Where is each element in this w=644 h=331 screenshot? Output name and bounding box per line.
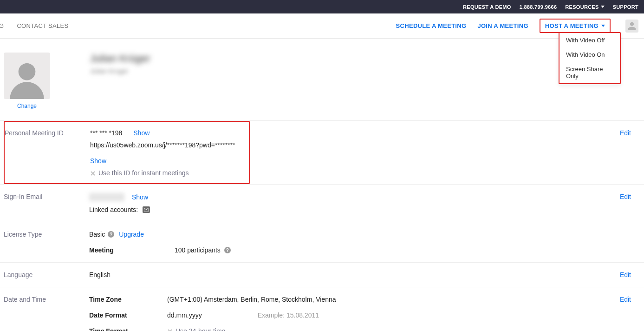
profile-display-name: Julian Krüger (90, 53, 150, 65)
profile-content: Change Julian Krüger Julian Kruger Perso… (0, 39, 644, 331)
profile-sub-name: Julian Kruger (90, 67, 150, 75)
date-time-edit-link[interactable]: Edit (620, 296, 631, 303)
time-format-toggle[interactable]: Use 24-hour time (167, 327, 225, 331)
phone-number[interactable]: 1.888.799.9666 (520, 4, 557, 10)
pmi-id-value: *** *** *198 (90, 129, 122, 137)
language-row: Language English Edit (0, 262, 644, 287)
personal-meeting-id-row: Personal Meeting ID *** *** *198 Show ht… (0, 120, 644, 184)
request-demo-link[interactable]: REQUEST A DEMO (463, 4, 511, 10)
host-meeting-button[interactable]: HOST A MEETING (540, 19, 611, 33)
upgrade-link[interactable]: Upgrade (119, 231, 144, 238)
close-icon (167, 328, 173, 331)
sign-in-email-label: Sign-In Email (4, 193, 89, 213)
profile-header: Change Julian Krüger Julian Kruger (0, 39, 644, 120)
sign-in-email-edit-link[interactable]: Edit (620, 193, 631, 200)
help-icon[interactable]: ? (224, 247, 231, 253)
chevron-down-icon (601, 6, 605, 8)
linked-account-email-icon[interactable] (143, 206, 150, 213)
timezone-value: (GMT+1:00) Amsterdam, Berlin, Rome, Stoc… (167, 296, 336, 303)
language-value: English (89, 271, 632, 278)
sign-in-email-value (89, 193, 124, 201)
pmi-edit-link[interactable]: Edit (620, 129, 631, 137)
change-avatar-link[interactable]: Change (17, 103, 37, 109)
sign-in-email-show-link[interactable]: Show (132, 193, 148, 201)
sign-in-email-row: Sign-In Email Show Linked accounts: Edit (0, 184, 644, 222)
date-format-value: dd.mm.yyyy (167, 311, 202, 319)
dropdown-item-video-off[interactable]: With Video Off (559, 33, 620, 47)
date-time-row: Date and Time Time Zone (GMT+1:00) Amste… (0, 287, 644, 331)
date-time-label: Date and Time (4, 296, 89, 331)
support-link[interactable]: SUPPORT (613, 4, 638, 10)
schedule-meeting-link[interactable]: SCHEDULE A MEETING (396, 22, 467, 29)
close-icon (90, 170, 96, 176)
pmi-url-show-link[interactable]: Show (90, 157, 106, 165)
help-icon[interactable]: ? (108, 231, 114, 238)
user-icon (7, 58, 47, 99)
pmi-id-show-link[interactable]: Show (133, 129, 150, 137)
pmi-url-value: https://us05web.zoom.us/j/*******198?pwd… (90, 141, 235, 149)
nav-item-truncated[interactable]: G (0, 22, 4, 29)
time-format-key: Time Format (89, 327, 167, 331)
license-type-label: License Type (4, 231, 89, 254)
license-type-row: License Type Basic ? Upgrade Meeting 100… (0, 222, 644, 262)
dropdown-item-video-on[interactable]: With Video On (559, 47, 620, 62)
date-format-example: Example: 15.08.2011 (258, 311, 319, 319)
pmi-label: Personal Meeting ID (5, 129, 90, 177)
avatar-image (4, 53, 50, 99)
join-meeting-link[interactable]: JOIN A MEETING (477, 22, 528, 29)
pmi-instant-label: Use this ID for instant meetings (98, 169, 189, 177)
resources-dropdown[interactable]: RESOURCES (565, 4, 604, 10)
mail-icon (144, 208, 149, 212)
timezone-key: Time Zone (89, 296, 167, 303)
secondary-nav: G CONTACT SALES SCHEDULE A MEETING JOIN … (0, 13, 644, 39)
host-meeting-dropdown: With Video Off With Video On Screen Shar… (559, 32, 621, 84)
user-icon (627, 21, 637, 31)
language-label: Language (4, 271, 89, 278)
license-meeting-value: 100 participants (175, 246, 221, 254)
profile-name-block: Julian Krüger Julian Kruger (90, 53, 150, 75)
language-edit-link[interactable]: Edit (620, 271, 631, 278)
contact-sales-link[interactable]: CONTACT SALES (17, 22, 68, 29)
avatar-section: Change (4, 53, 50, 109)
host-meeting-label: HOST A MEETING (545, 22, 598, 29)
license-meeting-key: Meeting (89, 246, 175, 254)
chevron-down-icon (601, 25, 605, 27)
user-avatar-button[interactable] (625, 20, 638, 33)
resources-label: RESOURCES (565, 4, 598, 10)
date-format-key: Date Format (89, 311, 167, 319)
time-format-value: Use 24-hour time (176, 327, 225, 331)
license-basic-value: Basic (89, 231, 105, 238)
linked-accounts-label: Linked accounts: (89, 206, 138, 213)
dropdown-item-screen-share[interactable]: Screen Share Only (559, 62, 620, 83)
svg-point-0 (19, 63, 36, 80)
global-top-bar: REQUEST A DEMO 1.888.799.9666 RESOURCES … (0, 0, 644, 13)
pmi-instant-toggle[interactable]: Use this ID for instant meetings (90, 169, 241, 177)
